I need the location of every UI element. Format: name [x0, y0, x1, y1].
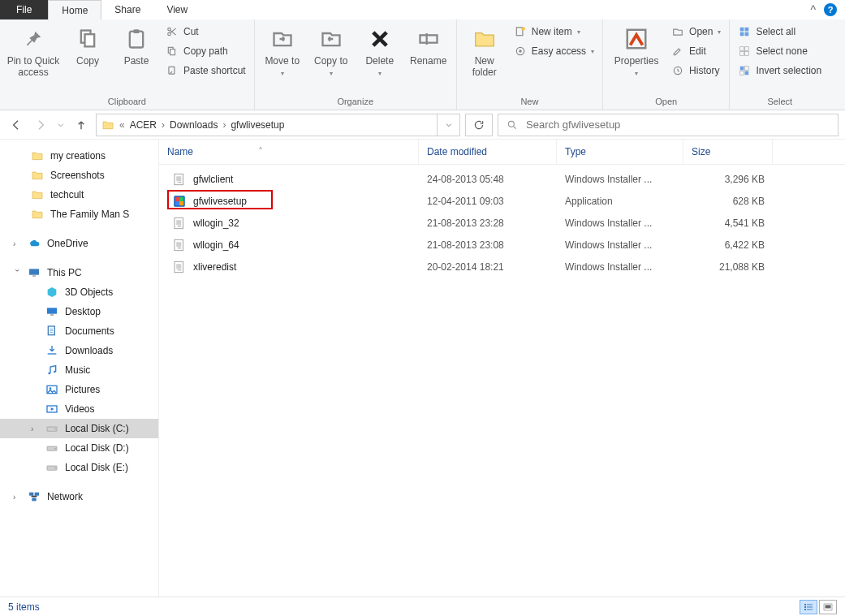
svg-rect-25 — [745, 67, 749, 71]
history-icon — [671, 64, 684, 77]
select-all-button[interactable]: Select all — [735, 23, 825, 41]
tree-onedrive[interactable]: › OneDrive — [0, 234, 158, 253]
group-select: Select all Select none Invert selection … — [730, 19, 830, 110]
tab-view[interactable]: View — [153, 0, 200, 19]
large-icons-view-button[interactable] — [819, 600, 837, 614]
column-size[interactable]: Size — [683, 140, 773, 164]
tree-pc-item[interactable]: Local Disk (E:) — [0, 458, 158, 477]
breadcrumb-item[interactable]: ACER› — [130, 119, 165, 131]
file-type: Windows Installer ... — [557, 239, 683, 251]
file-row[interactable]: xliveredist20-02-2014 18:21Windows Insta… — [159, 256, 845, 278]
copy-button[interactable]: Copy — [65, 23, 110, 67]
details-view-button[interactable] — [800, 600, 817, 614]
address-dropdown-button[interactable] — [438, 114, 460, 136]
tree-quick-item[interactable]: techcult — [0, 185, 158, 205]
music-icon — [45, 364, 58, 377]
tree-pc-item[interactable]: ›Local Disk (C:) — [0, 419, 158, 438]
pictures-icon — [45, 383, 58, 396]
cut-button[interactable]: Cut — [162, 23, 249, 41]
svg-rect-45 — [29, 493, 33, 496]
up-button[interactable] — [71, 115, 91, 135]
disk-icon — [45, 442, 58, 454]
search-box[interactable] — [498, 114, 839, 136]
column-type[interactable]: Type — [557, 140, 683, 164]
copy-label: Copy — [76, 55, 99, 67]
svg-rect-9 — [420, 35, 437, 42]
file-row[interactable]: gfwlclient24-08-2013 05:48Windows Instal… — [159, 168, 845, 190]
copy-to-button[interactable]: Copy to ▾ — [308, 23, 354, 78]
svg-rect-30 — [32, 275, 36, 276]
tree-pc-item[interactable]: Desktop — [0, 302, 158, 321]
videos-icon — [45, 403, 58, 416]
rename-button[interactable]: Rename — [406, 23, 451, 67]
tree-quick-item[interactable]: Screenshots — [0, 166, 158, 185]
file-row[interactable]: gfwlivesetup12-04-2011 09:03Application6… — [159, 190, 845, 212]
folder-icon — [472, 26, 498, 52]
tree-pc-item[interactable]: Documents — [0, 321, 158, 341]
tree-pc-item[interactable]: Downloads — [0, 341, 158, 360]
forward-button[interactable] — [31, 115, 50, 135]
invert-selection-button[interactable]: Invert selection — [735, 62, 825, 80]
tree-pc-item[interactable]: Videos — [0, 399, 158, 419]
column-date[interactable]: Date modified — [419, 140, 557, 164]
address-bar[interactable]: « ACER› Downloads› gfwlivesetup — [96, 114, 438, 136]
delete-button[interactable]: Delete ▾ — [357, 23, 403, 78]
svg-point-37 — [50, 387, 52, 390]
column-name[interactable]: Name˄ — [159, 140, 419, 164]
tree-pc-item[interactable]: Local Disk (D:) — [0, 438, 158, 458]
file-name: gfwlivesetup — [193, 196, 247, 207]
pin-quick-access-button[interactable]: Pin to Quick access — [5, 23, 62, 79]
move-to-button[interactable]: Move to ▾ — [260, 23, 305, 78]
tree-pc-item[interactable]: Music — [0, 360, 158, 380]
tree-pc-item[interactable]: Pictures — [0, 380, 158, 399]
open-icon — [671, 25, 684, 38]
chevron-right-icon: › — [13, 239, 21, 248]
tab-file[interactable]: File — [0, 0, 48, 19]
file-size: 3,296 KB — [683, 174, 773, 185]
tab-home[interactable]: Home — [48, 0, 101, 19]
navigation-tree[interactable]: my creationsScreenshotstechcultThe Famil… — [0, 140, 159, 597]
tree-this-pc[interactable]: › This PC — [0, 263, 158, 282]
desktop-icon — [45, 305, 58, 318]
chevron-right-icon: › — [13, 493, 21, 502]
copy-path-button[interactable]: Copy path — [162, 42, 249, 60]
svg-rect-26 — [740, 71, 744, 75]
select-none-button[interactable]: Select none — [735, 42, 825, 60]
breadcrumb-item[interactable]: Downloads› — [170, 119, 226, 131]
svg-rect-61 — [804, 604, 806, 605]
folder-icon — [31, 149, 44, 162]
collapse-ribbon-icon[interactable]: ^ — [810, 3, 816, 16]
paste-button[interactable]: Paste — [114, 23, 159, 67]
file-name: xliveredist — [193, 261, 236, 273]
new-item-icon — [514, 25, 527, 38]
folder-icon — [31, 188, 44, 201]
svg-point-11 — [521, 27, 525, 31]
item-count: 5 items — [8, 601, 40, 613]
file-row[interactable]: wllogin_6421-08-2013 23:08Windows Instal… — [159, 234, 845, 256]
help-icon[interactable]: ? — [824, 3, 837, 16]
installer-icon — [172, 260, 187, 274]
easy-access-button[interactable]: Easy access ▾ — [511, 42, 597, 60]
breadcrumb-item[interactable]: gfwlivesetup — [231, 119, 284, 131]
properties-button[interactable]: Properties ▾ — [608, 23, 665, 78]
tree-quick-item[interactable]: The Family Man S — [0, 205, 158, 224]
search-input[interactable] — [526, 118, 830, 131]
open-button[interactable]: Open ▾ — [668, 23, 724, 41]
tab-share[interactable]: Share — [101, 0, 153, 19]
tree-quick-item[interactable]: my creations — [0, 146, 158, 166]
new-item-button[interactable]: New item ▾ — [511, 23, 597, 41]
recent-locations-button[interactable] — [55, 115, 67, 135]
refresh-button[interactable] — [465, 114, 493, 136]
onedrive-icon — [28, 237, 41, 250]
installer-icon — [172, 172, 187, 187]
select-all-icon — [738, 25, 751, 38]
tree-network[interactable]: › Network — [0, 487, 158, 506]
paste-shortcut-button[interactable]: Paste shortcut — [162, 62, 249, 80]
history-button[interactable]: History — [668, 62, 724, 80]
new-folder-button[interactable]: New folder — [462, 23, 507, 79]
tree-pc-item[interactable]: 3D Objects — [0, 282, 158, 302]
file-row[interactable]: wllogin_3221-08-2013 23:28Windows Instal… — [159, 212, 845, 234]
installer-icon — [172, 238, 187, 252]
back-button[interactable] — [6, 115, 26, 135]
edit-button[interactable]: Edit — [668, 42, 724, 60]
